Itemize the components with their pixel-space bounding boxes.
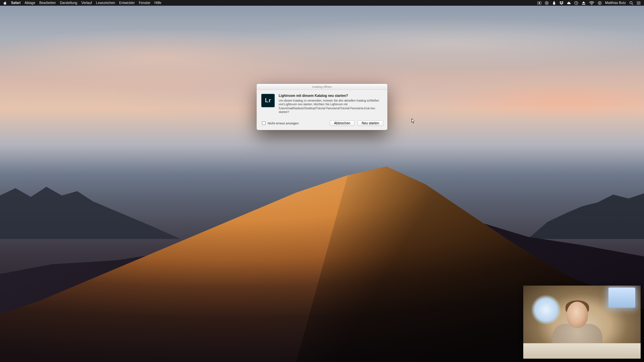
svg-point-3 — [546, 2, 547, 4]
svg-point-5 — [591, 4, 592, 5]
backblaze-icon[interactable] — [552, 1, 556, 5]
adobe-cc-icon[interactable] — [545, 1, 549, 5]
dialog-body: Lr Lightroom mit diesem Katalog neu star… — [257, 90, 387, 118]
menubar-item-bearbeiten[interactable]: Bearbeiten — [39, 0, 56, 6]
open-catalog-dialog: Katalog öffnen Lr Lightroom mit diesem K… — [257, 84, 387, 130]
menubar-item-hilfe[interactable]: Hilfe — [155, 0, 162, 6]
menubar: Safari Ablage Bearbeiten Darstellung Ver… — [0, 0, 644, 6]
menubar-item-darstellung[interactable]: Darstellung — [60, 0, 77, 6]
menubar-item-fenster[interactable]: Fenster — [139, 0, 151, 6]
menubar-item-ablage[interactable]: Ablage — [24, 0, 35, 6]
dialog-footer: Nicht erneut anzeigen Abbrechen Neu star… — [257, 118, 387, 130]
menubar-right: Matthias Butz — [537, 0, 641, 6]
dialog-text: Lightroom mit diesem Katalog neu starten… — [279, 94, 382, 114]
spotlight-search-icon[interactable] — [629, 1, 633, 5]
menubar-item-verlauf[interactable]: Verlauf — [81, 0, 92, 6]
dont-show-again-input[interactable] — [262, 121, 266, 125]
svg-point-1 — [539, 2, 540, 4]
dont-show-again-label: Nicht erneut anzeigen — [268, 121, 299, 125]
dialog-title: Katalog öffnen — [257, 84, 387, 90]
menubar-user-name[interactable]: Matthias Butz — [605, 0, 626, 6]
creative-cloud-sync-icon[interactable] — [567, 1, 571, 5]
eject-icon[interactable] — [582, 1, 586, 5]
notification-center-icon[interactable] — [637, 1, 641, 5]
menubar-item-entwickler[interactable]: Entwickler — [119, 0, 135, 6]
dialog-heading: Lightroom mit diesem Katalog neu starten… — [279, 94, 382, 98]
menubar-left: Safari Ablage Bearbeiten Darstellung Ver… — [3, 0, 161, 6]
cancel-button[interactable]: Abbrechen — [330, 120, 355, 126]
svg-point-2 — [545, 1, 548, 5]
time-machine-icon[interactable] — [574, 1, 578, 5]
menubar-item-lesezeichen[interactable]: Lesezeichen — [96, 0, 115, 6]
dialog-description: Um diesen Katalog zu verwenden, müssen S… — [279, 99, 382, 114]
webcam-desk — [523, 343, 641, 359]
wifi-icon[interactable] — [589, 1, 594, 5]
control-center-icon[interactable] — [598, 1, 602, 5]
dont-show-again-checkbox[interactable]: Nicht erneut anzeigen — [262, 121, 299, 125]
webcam-overlay — [523, 286, 641, 359]
lightroom-app-icon: Lr — [261, 94, 275, 107]
menubar-app-name[interactable]: Safari — [11, 0, 20, 6]
mouse-cursor-icon — [412, 118, 416, 124]
dropbox-icon[interactable] — [559, 1, 564, 5]
apple-menu-icon[interactable] — [3, 1, 7, 5]
screen-record-icon[interactable] — [537, 1, 541, 5]
restart-button[interactable]: Neu starten — [357, 120, 383, 126]
